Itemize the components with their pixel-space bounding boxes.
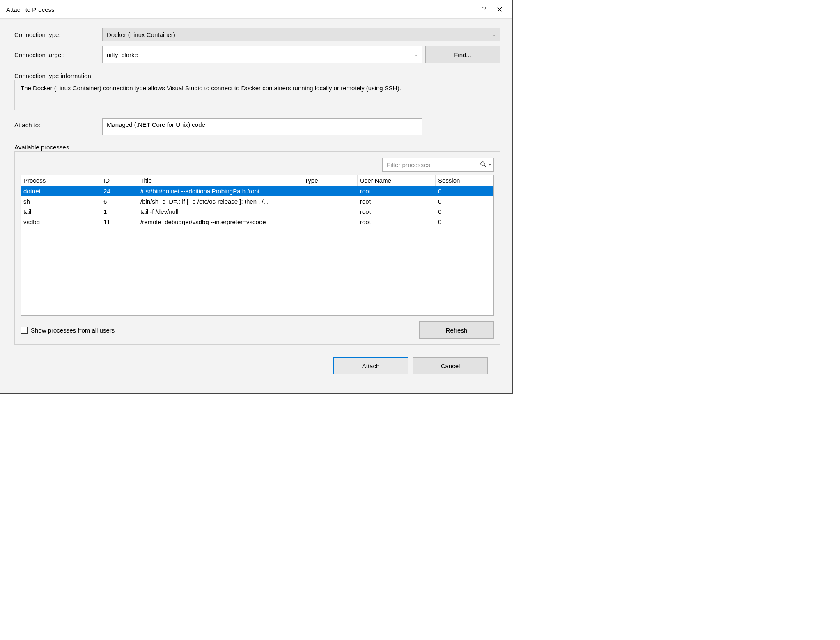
connection-type-row: Connection type: Docker (Linux Container… xyxy=(14,28,500,41)
cell-process: dotnet xyxy=(21,186,101,196)
attach-to-value: Managed (.NET Core for Unix) code xyxy=(107,121,205,128)
connection-info-text: The Docker (Linux Container) connection … xyxy=(21,85,401,92)
cell-id: 24 xyxy=(101,186,138,196)
cell-user: root xyxy=(358,217,436,227)
cell-type xyxy=(302,206,358,217)
show-all-users-wrap[interactable]: Show processes from all users xyxy=(21,327,115,334)
cell-type xyxy=(302,217,358,227)
connection-info-title: Connection type information xyxy=(14,72,500,79)
col-session[interactable]: Session xyxy=(436,175,493,186)
connection-type-label: Connection type: xyxy=(14,31,102,38)
dialog-body: Connection type: Docker (Linux Container… xyxy=(0,19,512,393)
col-process[interactable]: Process xyxy=(21,175,101,186)
table-body: dotnet24/usr/bin/dotnet --additionalProb… xyxy=(21,186,493,315)
connection-type-combo[interactable]: Docker (Linux Container) ⌄ xyxy=(102,28,500,41)
show-all-users-label: Show processes from all users xyxy=(31,327,115,334)
col-id[interactable]: ID xyxy=(101,175,138,186)
attach-to-row: Attach to: Managed (.NET Core for Unix) … xyxy=(14,118,500,135)
dialog-title: Attach to Process xyxy=(6,6,476,13)
help-button[interactable]: ? xyxy=(476,6,492,13)
cell-id: 11 xyxy=(101,217,138,227)
chevron-down-icon: ⌄ xyxy=(414,52,418,57)
chevron-down-icon: ⌄ xyxy=(492,32,496,37)
search-icon[interactable] xyxy=(480,161,487,169)
close-icon xyxy=(497,7,502,12)
col-title[interactable]: Title xyxy=(138,175,302,186)
cell-title: /bin/sh -c ID=.; if [ -e /etc/os-release… xyxy=(138,196,302,206)
filter-row: ▾ xyxy=(21,158,494,172)
table-row[interactable]: tail1tail -f /dev/nullroot0 xyxy=(21,206,493,217)
filter-dropdown-icon[interactable]: ▾ xyxy=(489,163,491,167)
titlebar: Attach to Process ? xyxy=(0,0,512,19)
filter-box[interactable]: ▾ xyxy=(382,158,494,172)
table-row[interactable]: sh6/bin/sh -c ID=.; if [ -e /etc/os-rele… xyxy=(21,196,493,206)
table-row[interactable]: vsdbg11/remote_debugger/vsdbg --interpre… xyxy=(21,217,493,227)
cell-title: /remote_debugger/vsdbg --interpreter=vsc… xyxy=(138,217,302,227)
close-button[interactable] xyxy=(492,6,507,13)
connection-target-label: Connection target: xyxy=(14,51,102,58)
connection-info-box: The Docker (Linux Container) connection … xyxy=(14,80,500,110)
cell-user: root xyxy=(358,186,436,196)
refresh-button[interactable]: Refresh xyxy=(419,321,494,339)
attach-to-box[interactable]: Managed (.NET Core for Unix) code xyxy=(102,118,422,135)
cell-process: sh xyxy=(21,196,101,206)
col-type[interactable]: Type xyxy=(302,175,358,186)
cell-title: /usr/bin/dotnet --additionalProbingPath … xyxy=(138,186,302,196)
cell-type xyxy=(302,186,358,196)
connection-target-row: Connection target: nifty_clarke ⌄ Find..… xyxy=(14,46,500,63)
dialog-footer: Attach Cancel xyxy=(14,357,500,384)
cancel-button[interactable]: Cancel xyxy=(413,357,488,374)
attach-button[interactable]: Attach xyxy=(333,357,408,374)
attach-to-process-dialog: Attach to Process ? Connection type: Doc… xyxy=(0,0,513,394)
cell-session: 0 xyxy=(436,196,493,206)
show-all-users-checkbox[interactable] xyxy=(21,327,28,334)
svg-point-0 xyxy=(481,162,484,165)
cell-user: root xyxy=(358,206,436,217)
col-user[interactable]: User Name xyxy=(358,175,436,186)
cell-process: vsdbg xyxy=(21,217,101,227)
attach-to-label: Attach to: xyxy=(14,118,102,128)
cell-session: 0 xyxy=(436,217,493,227)
process-table: Process ID Title Type User Name Session … xyxy=(21,175,494,316)
table-row[interactable]: dotnet24/usr/bin/dotnet --additionalProb… xyxy=(21,186,493,196)
connection-type-value: Docker (Linux Container) xyxy=(107,31,175,38)
cell-id: 1 xyxy=(101,206,138,217)
panel-bottom-row: Show processes from all users Refresh xyxy=(21,321,494,339)
available-processes-panel: ▾ Process ID Title Type User Name Sessio… xyxy=(14,151,500,345)
svg-line-1 xyxy=(484,165,486,167)
cell-session: 0 xyxy=(436,186,493,196)
cell-id: 6 xyxy=(101,196,138,206)
filter-input[interactable] xyxy=(387,161,478,168)
cell-title: tail -f /dev/null xyxy=(138,206,302,217)
connection-target-combo[interactable]: nifty_clarke ⌄ xyxy=(102,46,422,63)
cell-session: 0 xyxy=(436,206,493,217)
cell-process: tail xyxy=(21,206,101,217)
cell-user: root xyxy=(358,196,436,206)
table-header: Process ID Title Type User Name Session xyxy=(21,175,493,186)
cell-type xyxy=(302,196,358,206)
connection-target-value: nifty_clarke xyxy=(107,51,138,58)
available-processes-label: Available processes xyxy=(14,144,500,151)
find-button[interactable]: Find... xyxy=(425,46,500,63)
